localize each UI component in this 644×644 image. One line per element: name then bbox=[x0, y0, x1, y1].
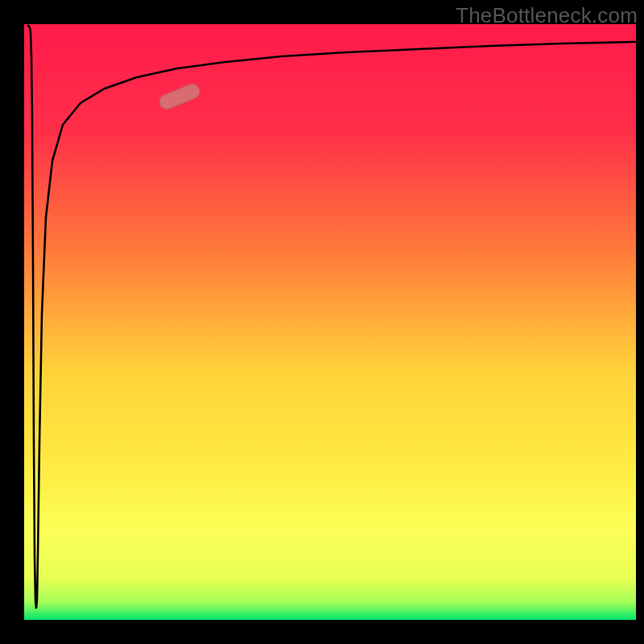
chart-frame: TheBottleneck.com bbox=[0, 0, 644, 644]
plot-area bbox=[24, 24, 636, 620]
gradient-background bbox=[24, 24, 636, 620]
